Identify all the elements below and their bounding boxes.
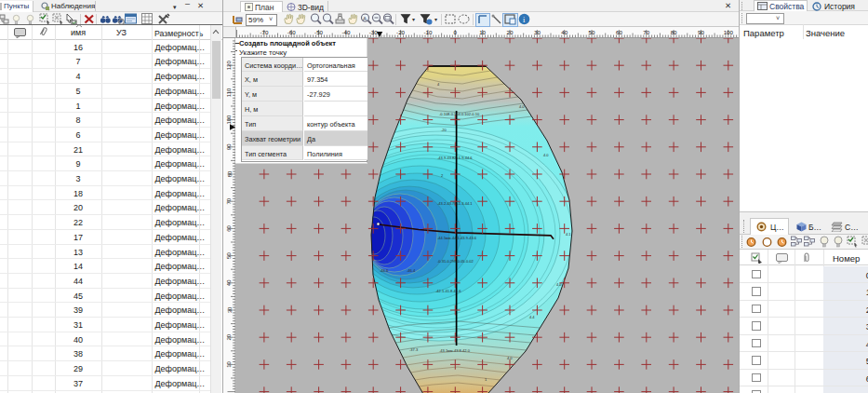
svg-text:110: 110 (227, 88, 233, 97)
svg-text:4.0: 4.0 (519, 104, 525, 109)
svg-text:120: 120 (227, 61, 233, 71)
svg-text:4.0: 4.0 (556, 282, 562, 287)
svg-text:30: 30 (534, 29, 541, 35)
svg-text:70: 70 (643, 29, 649, 35)
svg-text:0: 0 (454, 29, 458, 35)
svg-text:A: A (363, 16, 367, 21)
svg-text:60: 60 (227, 224, 233, 231)
svg-text:10: 10 (479, 29, 486, 35)
svg-text:10: 10 (227, 360, 233, 367)
svg-text:50: 50 (589, 29, 595, 35)
svg-text:-37.3: -37.3 (409, 347, 419, 352)
svg-text:40: 40 (561, 29, 568, 35)
svg-text:-50: -50 (314, 29, 324, 35)
svg-text:-44.6: -44.6 (380, 268, 389, 273)
svg-text:4.4: 4.4 (529, 315, 535, 319)
svg-text:-10: -10 (423, 29, 433, 35)
svg-text:-46.4: -46.4 (407, 268, 416, 273)
svg-text:20: 20 (227, 333, 233, 340)
svg-text:-44.5мм-44.1-43.9-43.6: -44.5мм-44.1-43.9-43.6 (437, 236, 477, 240)
svg-text:-43.1мм-43.8-42.0: -43.1мм-43.8-42.0 (439, 348, 471, 353)
svg-text:-0.108-0.104-0.102-0.10: -0.108-0.104-0.102-0.10 (439, 112, 480, 116)
svg-text:-0.31-0.298-0.05-0.02: -0.31-0.298-0.05-0.02 (437, 259, 474, 264)
svg-text:-43.2-43.78+1.3-44.1: -43.2-43.78+1.3-44.1 (437, 201, 473, 206)
svg-text:4.1: 4.1 (566, 232, 571, 237)
svg-text:4.0: 4.0 (507, 356, 513, 360)
svg-text:60: 60 (616, 29, 622, 35)
svg-text:50: 50 (227, 252, 233, 259)
svg-text:-40: -40 (341, 29, 351, 35)
svg-text:90: 90 (698, 29, 704, 35)
svg-text:30: 30 (227, 306, 233, 313)
svg-text:-42.1-41.8-41.6: -42.1-41.8-41.6 (435, 289, 461, 293)
svg-text:100: 100 (227, 115, 233, 125)
svg-text:4.0: 4.0 (543, 153, 549, 157)
svg-text:100: 100 (724, 29, 734, 35)
svg-text:90: 90 (227, 143, 233, 150)
svg-text:-70: -70 (260, 29, 269, 35)
svg-text:-60: -60 (287, 29, 297, 35)
svg-text:-20: -20 (396, 29, 406, 35)
svg-text:70: 70 (227, 197, 233, 204)
svg-text:80: 80 (671, 29, 677, 35)
svg-text:80: 80 (227, 170, 233, 177)
svg-text:-43.9-43.82+1.9-44.6: -43.9-43.82+1.9-44.6 (437, 156, 473, 160)
svg-text:20: 20 (507, 29, 514, 35)
svg-text:-30: -30 (369, 29, 379, 35)
svg-text:-20: -20 (441, 128, 447, 132)
svg-text:40: 40 (227, 279, 233, 286)
